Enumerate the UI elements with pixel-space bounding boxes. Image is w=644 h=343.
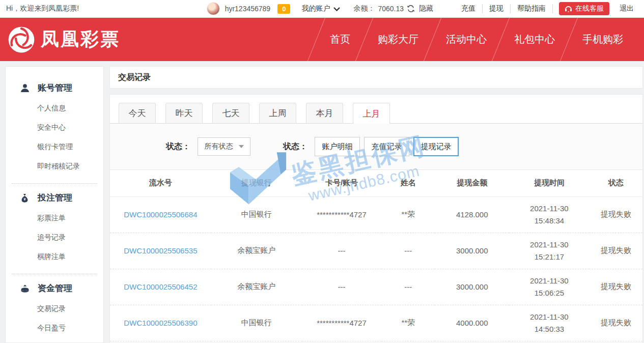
sidebar-item-chase-records[interactable]: 追号记录 [37, 228, 103, 247]
cell-amount: 3000.000 [435, 233, 509, 269]
moneybag-icon: ¥ [20, 193, 30, 203]
chevron-down-icon [333, 5, 340, 13]
cell-status: 提现失败 [589, 233, 642, 269]
recharge-link[interactable]: 充值 [455, 4, 483, 13]
topbar: Hi，欢迎来到凤凰彩票! hyr123456789 0 我的账户 余额：7060… [0, 0, 644, 18]
nav-gift-center[interactable]: 礼包中心 [500, 18, 569, 61]
cell-time: 2021-11-30 14:50:33 [526, 311, 573, 335]
nav-mobile[interactable]: 手机购彩 [569, 18, 637, 61]
nav-lottery-hall[interactable]: 购彩大厅 [364, 18, 432, 61]
cell-bank: 中国银行 [211, 305, 302, 341]
tab-last-week[interactable]: 上周 [259, 103, 296, 123]
sidebar-section-title: 账号管理 [38, 82, 72, 94]
table-row: DWC1000025506390 中国银行 ***********4727 **… [110, 305, 642, 341]
serial-link[interactable]: DWC1000025506535 [124, 246, 197, 255]
serial-link[interactable]: DWC1000025506684 [124, 210, 197, 219]
user-icon [20, 83, 30, 93]
tab-yesterday[interactable]: 昨天 [165, 103, 203, 123]
status-select-value: 所有状态 [205, 142, 233, 151]
cell-amount: 3000.000 [435, 269, 509, 305]
headset-icon [565, 5, 572, 12]
tab-seven-days[interactable]: 七天 [212, 103, 249, 123]
cell-card: ***********4727 [302, 196, 382, 233]
sidebar-item-personal-info[interactable]: 个人信息 [37, 99, 103, 118]
sidebar-item-yuebao[interactable]: 余额宝 [37, 338, 103, 343]
cell-bank: 余额宝账户 [211, 233, 302, 269]
my-account-dropdown[interactable]: 我的账户 [301, 4, 340, 13]
refresh-icon[interactable] [407, 5, 415, 13]
tab-this-month[interactable]: 本月 [306, 103, 343, 123]
serial-link[interactable]: DWC1000025506390 [124, 319, 197, 327]
nav-activity-center[interactable]: 活动中心 [432, 18, 500, 61]
hide-balance-link[interactable]: 隐藏 [419, 4, 433, 13]
tab-today[interactable]: 今天 [119, 103, 156, 123]
topbar-links: 充值 提现 帮助指南 [455, 4, 553, 13]
col-serial: 流水号 [110, 170, 211, 196]
online-service-button[interactable]: 在线客服 [559, 2, 609, 15]
withdraw-link[interactable]: 提现 [483, 4, 511, 13]
dropdown-caret-icon [239, 145, 244, 148]
cell-name: --- [381, 269, 435, 305]
nav-home[interactable]: 首页 [316, 18, 364, 61]
sidebar-item-lottery-orders[interactable]: 彩票注单 [37, 209, 103, 228]
cell-status: 提现失败 [589, 196, 642, 233]
divider [12, 274, 97, 274]
brand[interactable]: 凤凰彩票 [7, 25, 120, 54]
cell-bank: 余额宝账户 [211, 269, 302, 305]
tab-last-month[interactable]: 上月 [353, 103, 390, 124]
sidebar-item-board-orders[interactable]: 棋牌注单 [37, 247, 103, 267]
sidebar-item-bank-cards[interactable]: 银行卡管理 [37, 137, 103, 157]
table-header-row: 流水号 提现银行 卡号/账号 姓名 提现金额 提现时间 状态 [110, 170, 642, 196]
date-tabs: 今天 昨天 七天 上周 本月 上月 [110, 95, 642, 124]
cell-card: --- [302, 269, 382, 305]
cell-time: 2021-11-30 15:21:17 [526, 239, 573, 263]
svg-text:¥: ¥ [24, 197, 26, 201]
sidebar-item-transactions[interactable]: 交易记录 [37, 299, 103, 319]
records-table: 流水号 提现银行 卡号/账号 姓名 提现金额 提现时间 状态 DWC100002… [110, 170, 642, 341]
divider [12, 183, 97, 184]
cell-status: 提现失败 [589, 305, 642, 341]
site-header: 凤凰彩票 首页 购彩大厅 活动中心 礼包中心 手机购彩 [0, 18, 644, 61]
notification-badge[interactable]: 0 [277, 4, 290, 14]
phoenix-logo-icon [7, 25, 36, 54]
status-select[interactable]: 所有状态 [198, 137, 250, 156]
sidebar-item-security-center[interactable]: 安全中心 [37, 118, 103, 137]
balance-label: 余额： [353, 4, 375, 13]
funds-icon [20, 283, 30, 294]
table-row: DWC1000025506452 余额宝账户 --- --- 3000.000 … [110, 269, 642, 305]
col-amount: 提现金额 [435, 170, 509, 196]
main-nav: 首页 购彩大厅 活动中心 礼包中心 手机购彩 [316, 18, 637, 61]
cell-amount: 4000.000 [435, 305, 509, 341]
account-detail-button[interactable]: 账户明细 [315, 137, 360, 156]
brand-name: 凤凰彩票 [41, 27, 120, 52]
cell-name: --- [381, 233, 435, 269]
cell-status: 提现失败 [589, 269, 642, 305]
col-time: 提现时间 [509, 170, 589, 196]
avatar[interactable] [207, 2, 220, 15]
page-title: 交易记录 [109, 66, 643, 89]
cell-amount: 4128.000 [435, 196, 509, 233]
online-service-label: 在线客服 [575, 4, 604, 13]
col-name: 姓名 [381, 170, 435, 196]
sidebar-item-audit-records[interactable]: 即时稽核记录 [37, 157, 103, 176]
balance-display: 余额：7060.13 隐藏 [353, 4, 433, 13]
col-status: 状态 [589, 170, 642, 196]
serial-link[interactable]: DWC1000025506452 [124, 282, 197, 291]
col-bank: 提现银行 [211, 170, 302, 196]
recharge-records-button[interactable]: 充值记录 [364, 137, 409, 156]
logout-link[interactable]: 退出 [615, 4, 638, 13]
records-panel: 今天 昨天 七天 上周 本月 上月 状态： 所有状态 状态： 账户明细 充值记录… [109, 94, 643, 343]
cell-time: 2021-11-30 15:06:25 [526, 275, 573, 299]
col-card: 卡号/账号 [302, 170, 382, 196]
type-filter-label: 状态： [283, 141, 307, 152]
sidebar-section-account[interactable]: 账号管理 [6, 82, 103, 94]
cell-card: ***********4727 [302, 305, 382, 341]
sidebar-section-funds[interactable]: 资金管理 [6, 282, 103, 294]
cell-name: **荣 [381, 305, 435, 341]
username[interactable]: hyr123456789 [225, 5, 271, 13]
help-guide-link[interactable]: 帮助指南 [511, 4, 553, 13]
sidebar-section-betting[interactable]: ¥ 投注管理 [6, 192, 103, 204]
withdraw-records-button[interactable]: 提现记录 [413, 137, 459, 156]
sidebar-item-today-pnl[interactable]: 今日盈亏 [37, 319, 103, 338]
cell-bank: 中国银行 [211, 196, 302, 233]
